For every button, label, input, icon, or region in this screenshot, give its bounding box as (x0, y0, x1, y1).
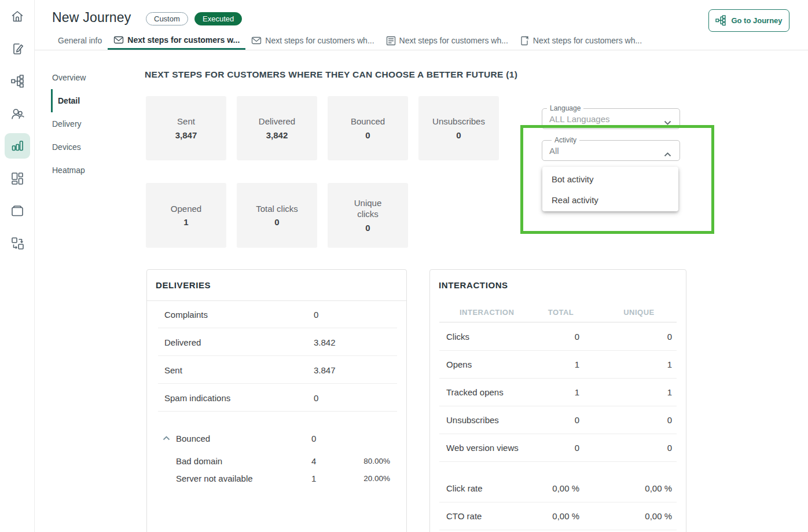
subnav-item-heatmap[interactable]: Heatmap (51, 159, 126, 182)
menu-item-bot-activity[interactable]: Bot activity (542, 168, 678, 189)
chevron-down-icon (664, 117, 671, 127)
dashboard-icon (10, 171, 25, 186)
tab-next-steps-1[interactable]: Next steps for customers w... (108, 31, 245, 50)
briefcase-icon (10, 203, 25, 218)
journey-analytics-page: New Journey Custom Executed Go to Journe… (0, 0, 808, 532)
table-row: Unsubscribes00 (439, 406, 677, 434)
table-row: Opens11 (439, 351, 677, 379)
bar-chart-icon (10, 138, 25, 153)
subnav-item-delivery[interactable]: Delivery (51, 112, 126, 135)
envelope-icon (251, 35, 262, 46)
column-header-interaction: INTERACTION (460, 308, 514, 317)
journey-flow-icon (715, 15, 726, 26)
interactions-column-headers: INTERACTION TOTAL UNIQUE (439, 303, 677, 322)
activity-select-value: All (549, 146, 559, 156)
subnav-item-detail[interactable]: Detail (51, 89, 126, 112)
tab-next-steps-4[interactable]: Next steps for customers wh... (514, 31, 648, 50)
page-title: New Journey (52, 10, 131, 25)
language-select-value: ALL Languages (549, 114, 610, 124)
table-row: CTO rate0,00 %0,00 % (439, 502, 677, 530)
interactions-rows: Clicks00 Opens11 Tracked opens11 Unsubsc… (439, 323, 677, 530)
swap-icon (10, 236, 25, 251)
column-header-total: TOTAL (532, 308, 590, 317)
activity-select[interactable]: Activity All (542, 140, 680, 161)
table-row: Tracked opens11 (439, 379, 677, 406)
table-row: Sent3.847 (158, 356, 397, 384)
table-row: Server not available120.00% (158, 469, 397, 487)
sidebar-item-dashboards[interactable] (1, 162, 34, 195)
table-row: Clicks00 (439, 323, 677, 351)
stat-card-opened: Opened1 (146, 183, 226, 248)
tab-general-info[interactable]: General info (52, 31, 108, 50)
interactions-title: INTERACTIONS (439, 280, 508, 290)
deliveries-title: DELIVERIES (156, 280, 211, 290)
language-select-label: Language (547, 104, 583, 112)
executed-status-badge: Executed (194, 12, 242, 25)
language-select[interactable]: Language ALL Languages (542, 108, 680, 129)
activity-dropdown-menu: Bot activity Real activity (542, 167, 678, 211)
icon-rail (0, 0, 35, 532)
sidebar-item-home[interactable] (1, 0, 34, 32)
go-to-journey-button[interactable]: Go to Journey (708, 9, 789, 32)
table-row: Spam indications0 (158, 384, 397, 412)
sidebar-item-campaigns[interactable] (1, 32, 34, 65)
stat-card-bounced: Bounced0 (328, 96, 408, 160)
section-heading: NEXT STEPS FOR CUSTOMERS WHERE THEY CAN … (145, 69, 517, 80)
stat-card-unsubscribes: Unsubscribes0 (418, 96, 499, 160)
sidebar-item-projects[interactable] (1, 195, 34, 227)
sidebar-item-integrations[interactable] (1, 227, 34, 259)
menu-item-real-activity[interactable]: Real activity (542, 189, 678, 210)
collapse-caret-icon[interactable] (163, 432, 170, 442)
stat-card-sent: Sent3,847 (146, 96, 226, 160)
column-header-unique: UNIQUE (604, 308, 674, 317)
stat-card-delivered: Delivered3,842 (237, 96, 317, 160)
envelope-icon (113, 35, 124, 45)
users-icon (10, 106, 25, 121)
document-edit-icon (10, 41, 25, 56)
bounced-section: Bounced 0 Bad domain480.00% Server not a… (158, 424, 397, 487)
table-row: Bad domain480.00% (158, 452, 397, 469)
tab-next-steps-3[interactable]: Next steps for customers wh... (380, 31, 514, 50)
custom-badge: Custom (146, 12, 188, 25)
flow-icon (10, 74, 25, 89)
home-icon (10, 9, 25, 24)
sidebar-item-journeys[interactable] (1, 65, 34, 97)
subnav-item-overview[interactable]: Overview (51, 66, 126, 89)
table-row: Web version views00 (439, 434, 677, 462)
article-icon (386, 36, 396, 46)
table-row: Complaints0 (158, 300, 397, 328)
page-export-icon (520, 36, 530, 46)
table-row: Delivered3.842 (158, 328, 397, 356)
sidebar-item-analytics[interactable] (1, 130, 34, 162)
interactions-panel: INTERACTIONS INTERACTION TOTAL UNIQUE Cl… (429, 269, 686, 532)
stat-card-total-clicks: Total clicks0 (237, 183, 317, 248)
go-to-journey-label: Go to Journey (731, 16, 782, 25)
table-row: Click rate0,00 %0,00 % (439, 475, 677, 502)
chevron-up-icon (664, 149, 671, 159)
bounced-row: Bounced 0 (158, 424, 397, 452)
interactions-rates: Click rate0,00 %0,00 % CTO rate0,00 %0,0… (439, 475, 677, 530)
deliveries-rows: Complaints0 Delivered3.842 Sent3.847 Spa… (158, 300, 397, 487)
activity-select-label: Activity (552, 136, 579, 144)
journey-tabs: General info Next steps for customers w.… (35, 31, 808, 50)
stat-card-unique-clicks: Unique clicks0 (328, 183, 408, 248)
sidebar-item-audience[interactable] (1, 97, 34, 130)
detail-subnav: Overview Detail Delivery Devices Heatmap (51, 66, 126, 182)
tab-next-steps-2[interactable]: Next steps for customers wh... (245, 31, 380, 50)
deliveries-panel: DELIVERIES Complaints0 Delivered3.842 Se… (146, 269, 407, 532)
subnav-item-devices[interactable]: Devices (51, 135, 126, 159)
